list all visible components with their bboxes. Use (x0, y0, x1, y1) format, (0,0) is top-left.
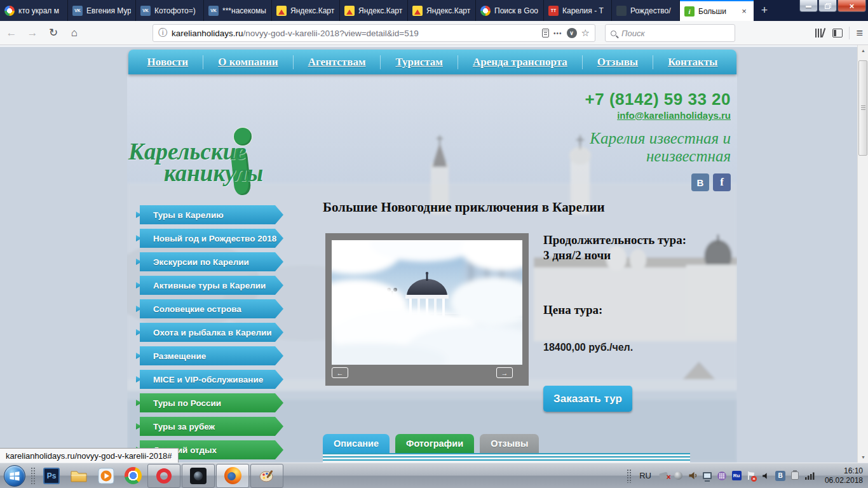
nav-link[interactable]: Аренда транспорта (458, 55, 582, 69)
language-indicator[interactable]: RU (639, 471, 651, 480)
nav-link[interactable]: Новости (133, 55, 203, 69)
action-center-icon[interactable] (746, 471, 756, 481)
sidebar-menu-item[interactable]: Туры в Карелию (140, 205, 283, 224)
screen: кто украл м × VK Евгения Мур × VK Котофо… (0, 0, 868, 488)
tab-title: кто украл м (18, 6, 63, 15)
app-grid-icon[interactable] (717, 471, 727, 481)
browser-tab[interactable]: VK Котофото=) × (136, 0, 204, 21)
browser-tab[interactable]: Яндекс.Карт × (340, 0, 408, 21)
sidebar-menu-item[interactable]: Новый год и Рождество 2018 (140, 229, 283, 248)
menu-hamburger-icon[interactable]: ≡ (856, 27, 863, 40)
new-tab-button[interactable]: + (754, 0, 775, 21)
tab-title: Евгения Мур (86, 6, 131, 15)
taskbar-clock[interactable]: 16:10 06.02.2018 (825, 463, 865, 488)
tab-favicon-icon (412, 6, 423, 16)
tab-close-icon[interactable]: × (739, 6, 749, 17)
network-signal-icon[interactable] (804, 471, 815, 481)
library-icon[interactable] (815, 28, 826, 38)
search-input[interactable] (620, 28, 735, 39)
browser-tab[interactable]: Рождество/ × (612, 0, 680, 21)
tray-grip-icon (627, 469, 632, 483)
media-player-button[interactable] (98, 468, 114, 484)
tab-title: ***насекомы (222, 6, 267, 15)
spacer (543, 263, 740, 302)
scrollbar-thumb[interactable] (858, 60, 867, 156)
browser-tab[interactable]: Яндекс.Карт × (272, 0, 340, 21)
sidebar-menu-item[interactable]: Охота и рыбалка в Карелии (140, 323, 283, 342)
sidebar-menu-item[interactable]: Соловецкие острова (140, 299, 283, 318)
tray-sphere-icon[interactable] (673, 471, 683, 481)
nav-link[interactable]: Отзывы (582, 55, 653, 69)
sidebar-menu-item[interactable]: MICE и VIP-обслуживание (140, 370, 283, 389)
browser-tab[interactable]: ТТ Карелия - Т × (544, 0, 612, 21)
opera-icon (156, 468, 172, 484)
browser-tab[interactable]: Яндекс.Карт × (408, 0, 476, 21)
capture-app-button[interactable] (182, 464, 215, 488)
firefox-button[interactable] (216, 464, 249, 488)
display-settings-icon[interactable] (702, 471, 712, 481)
paint-icon (259, 468, 275, 484)
browser-tab[interactable]: Поиск в Goo × (476, 0, 544, 21)
page-scrollbar[interactable]: ▲ ▼ (857, 45, 868, 463)
order-tour-button[interactable]: Заказать тур (543, 386, 632, 412)
tour-tab[interactable]: Фотографии (395, 434, 474, 453)
window-minimize-button[interactable] (799, 0, 818, 12)
phone-number: +7 (8142) 59 33 20 (585, 90, 731, 109)
nav-link[interactable]: Агентствам (293, 55, 381, 69)
photoshop-button[interactable]: Ps (43, 468, 60, 484)
sidebar-menu-item[interactable]: Активные туры в Карелии (140, 276, 283, 295)
vk-tray-icon[interactable]: B (775, 471, 785, 481)
punto-switcher-icon[interactable]: Ru (731, 471, 742, 481)
toolbar-right: ≡ (815, 21, 863, 45)
email-link[interactable]: info@karelianholidays.ru (585, 110, 731, 121)
browser-tab[interactable]: VK Евгения Мур × (68, 0, 136, 21)
safely-remove-icon[interactable] (658, 471, 668, 481)
page-actions-icon[interactable]: ••• (553, 30, 562, 37)
nav-link[interactable]: О компании (203, 55, 292, 69)
site-logo[interactable]: Карельские каникулы (127, 107, 324, 187)
start-button[interactable] (4, 465, 25, 487)
forward-button[interactable]: → (23, 24, 42, 43)
home-button[interactable]: ⌂ (65, 24, 84, 43)
slider-next-button[interactable]: → (496, 367, 513, 378)
scroll-down-icon[interactable]: ▼ (858, 452, 868, 463)
browser-tab[interactable]: кто украл м × (0, 0, 68, 21)
volume-small-icon[interactable] (761, 471, 771, 481)
paint-button[interactable] (250, 464, 283, 488)
sidebar-menu-item[interactable]: Туры по России (140, 393, 283, 412)
browser-tab[interactable]: i Больши × (680, 0, 754, 21)
browser-tab[interactable]: VK ***насекомы × (204, 0, 272, 21)
reader-mode-icon[interactable] (542, 29, 549, 37)
url-bar[interactable]: ⓘ karelianholidays.ru/novyy-god-v-kareli… (153, 24, 595, 42)
page-viewport: Новости О компании Агентствам Туристам А… (0, 45, 868, 463)
site-info-icon[interactable]: ⓘ (158, 27, 167, 39)
slider-prev-button[interactable]: ← (332, 367, 348, 378)
sidebar-menu-item[interactable]: Экскурсии по Карелии (140, 252, 283, 271)
ru-badge-icon: Ru (732, 471, 742, 480)
sidebar-menu-item[interactable]: Размещение (140, 346, 283, 365)
chrome-icon (125, 467, 142, 484)
explorer-button[interactable] (70, 468, 88, 484)
clipboard-tray-icon[interactable] (790, 471, 800, 481)
sidebar-item-label: Соловецкие острова (140, 299, 283, 318)
social-button[interactable]: f (713, 173, 731, 191)
bookmark-star-icon[interactable]: ☆ (581, 27, 590, 39)
opera-button[interactable] (147, 464, 180, 488)
back-button[interactable]: ← (2, 24, 21, 43)
volume-icon[interactable] (688, 471, 698, 481)
tour-tab[interactable]: Описание (323, 434, 390, 453)
scroll-up-icon[interactable]: ▲ (858, 45, 868, 56)
nav-link[interactable]: Туристам (380, 55, 457, 69)
pocket-icon[interactable]: ∨ (567, 28, 577, 38)
reload-button[interactable]: ↻ (44, 24, 63, 43)
tour-tab[interactable]: Отзывы (480, 434, 539, 453)
system-tray: RU Ru (627, 463, 815, 488)
social-button[interactable]: B (691, 173, 709, 191)
window-close-button[interactable]: × (837, 0, 866, 12)
search-bar[interactable] (605, 24, 735, 42)
sidebar-toggle-icon[interactable] (832, 29, 843, 37)
sidebar-menu-item[interactable]: Туры за рубеж (140, 417, 283, 436)
window-restore-button[interactable] (818, 0, 837, 12)
nav-link[interactable]: Контакты (653, 55, 732, 69)
chrome-button[interactable] (125, 467, 142, 484)
